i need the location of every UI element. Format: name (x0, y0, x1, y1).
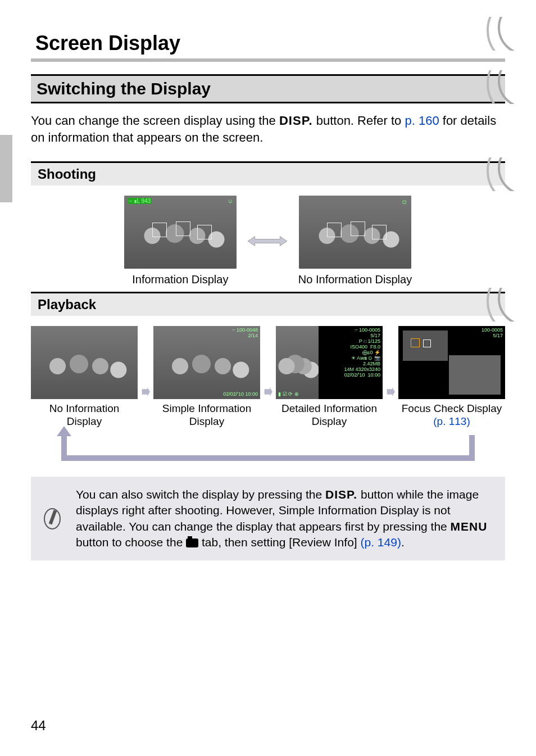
lcd-preview: ⎓ 100-0005 5/17 P ⏍ 1/125 ISO400 F8.0 ⨁±… (276, 326, 383, 399)
text: button. Refer to (316, 114, 405, 128)
playback-heading: Playback (31, 292, 505, 316)
text: . (401, 536, 405, 549)
shooting-info-display: ⎓ ▮L 943 ☺ Information Display (124, 196, 237, 286)
svg-rect-5 (49, 510, 57, 524)
caption: Simple Information Display (162, 402, 251, 428)
note-pencil-icon (41, 508, 63, 530)
af-frame-icon (197, 225, 212, 239)
menu-glyph: MENU (451, 520, 488, 533)
playback-simple-info: ⎓ 100-0048 2/14 02/02/'10 10:00 Simple I… (153, 326, 260, 428)
page-link[interactable]: (p. 149) (361, 536, 401, 549)
caption: Detailed Information Display (281, 402, 377, 428)
af-frame-icon (152, 223, 167, 237)
intro-text: You can change the screen display using … (31, 112, 505, 146)
caption: No Information Display (298, 273, 412, 286)
hud-text: ▮ ☑ ⟳ ⊕ (278, 392, 299, 397)
h2-block: Switching the Display (31, 74, 505, 103)
focus-zoom (449, 355, 501, 395)
face-icon: ☺ (401, 198, 408, 206)
arrow-right-icon (141, 386, 150, 398)
lcd-preview: ⎓ 100-0048 2/14 02/02/'10 10:00 (153, 326, 260, 399)
page-link[interactable]: p. 160 (405, 114, 439, 128)
face-icon: ☺ (228, 198, 233, 204)
arrow-right-icon (264, 386, 272, 398)
shooting-heading: Shooting (31, 161, 505, 185)
note-box: You can also switch the display by press… (31, 477, 505, 560)
caption: Information Display (132, 273, 228, 286)
focus-frame-icon (411, 338, 420, 347)
playback-no-info: No Information Display (31, 326, 138, 428)
arrow-right-icon (386, 386, 395, 398)
photo-placeholder (276, 326, 319, 399)
af-frame-icon (176, 221, 190, 236)
page-link[interactable]: (p. 113) (433, 415, 470, 427)
section-title: Switching the Display (37, 79, 499, 98)
loopback-arrow-icon (61, 435, 475, 461)
hud-text: ⎓ ▮L 943 (128, 198, 152, 204)
lcd-preview: ⎓ ▮L 943 ☺ (124, 196, 237, 269)
side-tab (0, 135, 12, 202)
label: Playback (38, 297, 96, 312)
hud-text: 02/02/'10 10:00 (223, 392, 258, 397)
svg-marker-3 (387, 387, 395, 396)
playback-focus-check: 100-0005 5/17 Focus Check Display (p. 11… (398, 326, 505, 428)
af-frame-icon (372, 225, 387, 239)
svg-marker-1 (142, 387, 150, 396)
text: You can also switch the display by press… (76, 488, 325, 501)
text: tab, then setting [Review Info] (198, 536, 360, 549)
decor-swirl-icon (485, 157, 536, 191)
hud-text: ⎓ 100-0005 5/17 P ⏍ 1/125 ISO400 F8.0 ⨁±… (344, 328, 380, 378)
lcd-preview: ☺ (299, 196, 411, 269)
shooting-row: ⎓ ▮L 943 ☺ Information Display ☺ No Info… (31, 196, 505, 286)
disp-glyph: DISP. (279, 114, 313, 128)
playback-row: No Information Display ⎓ 100-0048 2/14 0… (31, 326, 505, 428)
decor-swirl-icon (485, 70, 536, 104)
hud-text: 100-0005 5/17 (482, 328, 503, 339)
focus-thumb (403, 331, 448, 361)
caption: No Information Display (49, 402, 120, 428)
svg-marker-0 (248, 236, 287, 246)
text: button to choose the (76, 536, 186, 549)
af-frame-icon (327, 223, 342, 237)
shooting-no-info-display: ☺ No Information Display (298, 196, 412, 286)
af-frame-icon (351, 221, 365, 236)
page: Screen Display Switching the Display You… (0, 0, 536, 756)
playback-detailed-info: ⎓ 100-0005 5/17 P ⏍ 1/125 ISO400 F8.0 ⨁±… (276, 326, 383, 428)
page-title: Screen Display (31, 28, 505, 58)
camera-tab-icon (186, 538, 198, 547)
svg-marker-2 (265, 387, 272, 396)
double-arrow-icon (248, 234, 287, 248)
photo-placeholder (31, 326, 138, 399)
focus-frame-icon (423, 339, 431, 347)
caption: Focus Check Display (p. 113) (402, 402, 502, 428)
lcd-preview: 100-0005 5/17 (398, 326, 505, 399)
hud-text: ⎓ 100-0048 2/14 (232, 328, 258, 339)
disp-glyph: DISP. (325, 488, 357, 501)
text: You can change the screen display using … (31, 114, 279, 128)
h1-block: Screen Display (31, 28, 505, 62)
decor-swirl-icon (485, 17, 536, 51)
hud-overlay: ⎓ ▮L 943 ☺ (128, 198, 233, 204)
label: Shooting (38, 166, 96, 182)
page-number: 44 (31, 718, 46, 734)
decor-swirl-icon (485, 288, 536, 322)
lcd-preview (31, 326, 138, 399)
